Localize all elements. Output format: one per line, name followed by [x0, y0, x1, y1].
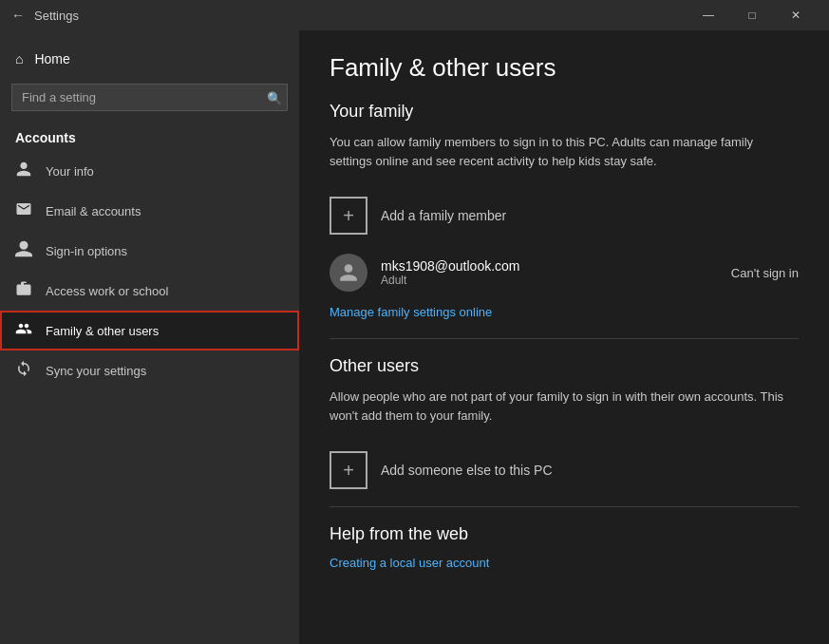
sidebar-item-family-users[interactable]: Family & other users: [0, 311, 299, 350]
app-title: Settings: [34, 9, 687, 23]
close-button[interactable]: ✕: [774, 0, 818, 30]
work-icon: [15, 280, 32, 301]
sync-icon: [15, 360, 32, 381]
window-controls: — □ ✕: [687, 0, 818, 30]
sidebar-item-work-school[interactable]: Access work or school: [0, 271, 299, 311]
add-other-user-row[interactable]: + Add someone else to this PC: [330, 442, 799, 499]
family-section-title: Your family: [330, 102, 799, 122]
email-accounts-label: Email & accounts: [46, 204, 141, 218]
sidebar-item-your-info[interactable]: Your info: [0, 151, 299, 191]
search-icon: 🔍: [267, 90, 282, 104]
sidebar-item-sync-settings[interactable]: Sync your settings: [0, 350, 299, 390]
manage-family-link[interactable]: Manage family settings online: [330, 305, 799, 319]
family-section-desc: You can allow family members to sign in …: [330, 133, 799, 170]
work-school-label: Access work or school: [46, 284, 168, 298]
other-users-section-desc: Allow people who are not part of your fa…: [330, 388, 799, 425]
minimize-button[interactable]: —: [687, 0, 730, 30]
family-icon: [15, 320, 32, 341]
family-user-avatar: [330, 254, 367, 292]
add-family-member-row[interactable]: + Add a family member: [330, 187, 799, 244]
sync-settings-label: Sync your settings: [46, 364, 146, 378]
search-input[interactable]: [11, 84, 288, 111]
family-user-email: mks1908@outlook.com: [381, 258, 718, 274]
sidebar-home[interactable]: ⌂ Home: [0, 42, 299, 76]
section-divider: [330, 338, 799, 339]
back-button[interactable]: ←: [11, 8, 25, 23]
sidebar-item-email-accounts[interactable]: Email & accounts: [0, 191, 299, 231]
family-user-info: mks1908@outlook.com Adult: [381, 258, 718, 287]
family-user-role: Adult: [381, 274, 718, 287]
section-divider-2: [330, 506, 799, 507]
family-users-label: Family & other users: [46, 324, 159, 338]
add-other-plus-icon: +: [330, 451, 367, 489]
email-icon: [15, 200, 32, 221]
search-box: 🔍: [11, 84, 288, 111]
home-icon: ⌂: [15, 51, 23, 66]
title-bar: ← Settings — □ ✕: [0, 0, 829, 30]
add-other-user-label: Add someone else to this PC: [381, 463, 553, 478]
sign-in-icon: [15, 240, 32, 261]
other-users-section-title: Other users: [330, 356, 799, 376]
sign-in-label: Sign-in options: [46, 244, 127, 258]
sidebar-section-label: Accounts: [0, 119, 299, 151]
help-section-title: Help from the web: [330, 524, 799, 544]
app-body: ⌂ Home 🔍 Accounts Your info Email & acco…: [0, 30, 829, 644]
page-title: Family & other users: [330, 53, 799, 83]
add-family-plus-icon: +: [330, 197, 367, 235]
sidebar: ⌂ Home 🔍 Accounts Your info Email & acco…: [0, 30, 299, 644]
family-user-row: mks1908@outlook.com Adult Can't sign in: [330, 244, 799, 301]
add-family-member-label: Add a family member: [381, 208, 506, 223]
maximize-button[interactable]: □: [730, 0, 774, 30]
local-account-link[interactable]: Creating a local user account: [330, 556, 799, 570]
your-info-label: Your info: [46, 164, 94, 179]
sidebar-item-sign-in[interactable]: Sign-in options: [0, 231, 299, 271]
cant-sign-in-status: Can't sign in: [731, 266, 799, 280]
content-area: Family & other users Your family You can…: [299, 30, 829, 644]
home-label: Home: [34, 51, 69, 66]
your-info-icon: [15, 161, 32, 181]
